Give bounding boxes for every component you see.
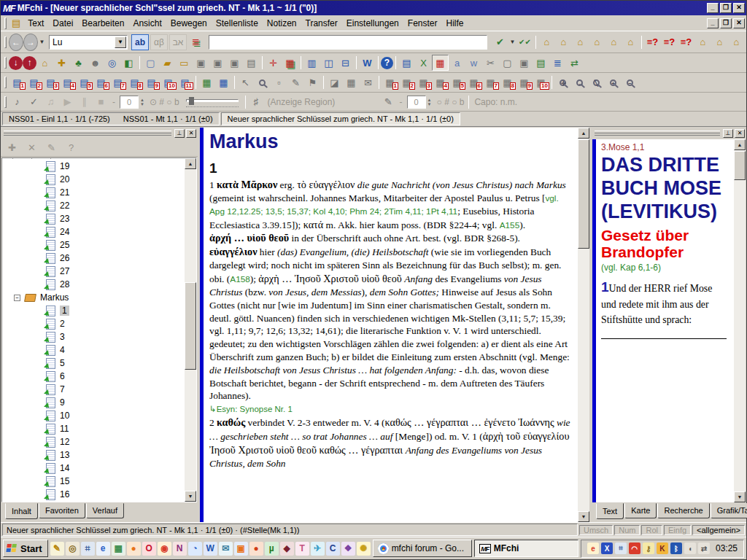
tools-button[interactable]: ✚ bbox=[53, 55, 70, 71]
table-preset-button-4[interactable]: ▦4 bbox=[432, 74, 449, 90]
spinner-arrows-icon[interactable]: ▲▼ bbox=[427, 98, 432, 106]
restore-button[interactable]: ❐ bbox=[720, 3, 732, 13]
bible-scrollbar[interactable]: ▲ ▼ bbox=[734, 139, 746, 502]
tree-chapter-item[interactable]: 26 bbox=[2, 252, 74, 265]
scroll-down-icon[interactable]: ▼ bbox=[734, 491, 746, 502]
query-list-button-2[interactable]: ≡? bbox=[661, 34, 678, 51]
tray-k[interactable]: K bbox=[657, 542, 668, 554]
menu-item[interactable]: Stellenliste bbox=[212, 17, 263, 30]
transpose-spinbox[interactable]: 0 bbox=[120, 96, 139, 109]
search-input[interactable] bbox=[209, 35, 487, 50]
quicklaunch-mail[interactable]: ✉ bbox=[219, 542, 233, 556]
quicklaunch-ie[interactable]: e bbox=[96, 542, 110, 556]
menu-item[interactable]: Einstellungen bbox=[342, 17, 403, 30]
group-button[interactable]: ☻ bbox=[87, 55, 104, 71]
latin-toggle[interactable]: ab bbox=[131, 34, 149, 50]
accidental-radios[interactable]: ⊙ # ○ b bbox=[150, 97, 179, 107]
list-preset-button-7[interactable]: ▤7 bbox=[109, 74, 126, 90]
notes-button[interactable]: ♫ bbox=[42, 94, 59, 110]
panel-close-icon[interactable]: ✕ bbox=[735, 129, 745, 138]
tile-vertical-button[interactable]: ◫ bbox=[320, 55, 337, 71]
menu-item[interactable]: Ansicht bbox=[128, 17, 166, 30]
spinner-arrows-icon[interactable]: ▲▼ bbox=[140, 98, 144, 106]
quicklaunch-notes[interactable]: ✎ bbox=[50, 542, 64, 556]
goto-last-button[interactable]: ↓ bbox=[9, 56, 23, 70]
new-button[interactable]: ▢ bbox=[142, 55, 159, 71]
save-button[interactable]: ▣ bbox=[193, 55, 209, 71]
menubar-grip[interactable] bbox=[4, 18, 7, 29]
start-button[interactable]: Start bbox=[3, 540, 48, 557]
module-status-2[interactable]: NSS01 - Mt 1,1 · 1/1 (±0) bbox=[123, 114, 213, 123]
refresh-button[interactable]: ⇄ bbox=[566, 55, 583, 71]
pointer-button[interactable]: ↖ bbox=[237, 74, 254, 90]
tree-chapter-item[interactable]: 24 bbox=[2, 225, 74, 238]
tree-chapter-item[interactable]: 20 bbox=[2, 173, 74, 186]
table-preset-button-9[interactable]: ▦9 bbox=[516, 74, 533, 90]
mdi-restore-button[interactable]: ❐ bbox=[720, 18, 732, 28]
ref-home-button-1[interactable]: ⌂ bbox=[538, 34, 555, 51]
apply-all-button[interactable]: ✔✔ bbox=[516, 34, 533, 51]
tray-xear3d[interactable]: X bbox=[601, 542, 613, 554]
list-view-button[interactable]: ≣ bbox=[549, 55, 566, 71]
menu-item[interactable]: Bearbeiten bbox=[77, 17, 128, 30]
play-button[interactable]: ▶ bbox=[59, 94, 76, 110]
tray-bluetooth[interactable]: ᛒ bbox=[670, 542, 682, 554]
export-w-button[interactable]: w bbox=[465, 55, 482, 71]
zoom-fit-button[interactable]: ↔ bbox=[571, 74, 588, 90]
list-preset-button-11[interactable]: ▤11 bbox=[177, 74, 193, 90]
ref-home-button-4[interactable]: ⌂ bbox=[589, 34, 605, 51]
tray-antivirus[interactable]: ◠ bbox=[629, 542, 640, 554]
menu-item[interactable]: Text bbox=[23, 17, 48, 30]
list-preset-button-3[interactable]: ▤3 bbox=[42, 74, 59, 90]
list-preset-button-4[interactable]: ▤4 bbox=[59, 74, 76, 90]
paste-button[interactable]: ▢ bbox=[499, 55, 516, 71]
panel-close-icon[interactable]: ✕ bbox=[186, 129, 196, 138]
tree-chapter-item[interactable]: 25 bbox=[2, 238, 74, 252]
toolbar-grip[interactable] bbox=[4, 36, 7, 48]
back-button[interactable]: ← bbox=[9, 34, 23, 51]
edit-entry-button[interactable]: ✎ bbox=[43, 139, 60, 155]
scroll-up-icon[interactable]: ▲ bbox=[734, 139, 746, 150]
quicklaunch-opera[interactable]: O bbox=[142, 542, 156, 556]
select-region-button[interactable]: ▫ bbox=[271, 74, 287, 90]
quicklaunch-word[interactable]: W bbox=[204, 542, 217, 556]
paste-special-button[interactable]: ▣ bbox=[516, 55, 533, 71]
tree-chapter-item[interactable]: 28 bbox=[2, 278, 74, 291]
quicklaunch-send[interactable]: ✈ bbox=[311, 542, 325, 556]
bible-tab[interactable]: Karte bbox=[624, 503, 657, 518]
quicklaunch-reader[interactable]: ◆ bbox=[280, 542, 294, 556]
close-button[interactable]: ✕ bbox=[733, 3, 745, 13]
menu-item[interactable]: Datei bbox=[48, 17, 77, 30]
ref-home-button-7[interactable]: ⌂ bbox=[694, 34, 711, 51]
pin-icon[interactable]: ⊥ bbox=[174, 129, 185, 138]
bible-tab[interactable]: Grafik/Tabelle bbox=[711, 503, 747, 518]
translation-combobox[interactable]: Lu ▼ bbox=[49, 35, 128, 50]
tree-chapter-item[interactable]: 2 bbox=[2, 317, 69, 330]
tree-chapter-item[interactable]: 10 bbox=[2, 409, 74, 422]
table-preset-button-5[interactable]: ▦5 bbox=[449, 74, 465, 90]
structure-button[interactable]: ♣ bbox=[70, 55, 87, 71]
options-button[interactable]: ▦ bbox=[282, 55, 298, 71]
playlist-button[interactable]: ♪ bbox=[9, 94, 26, 110]
table-preset-button-7[interactable]: ▦7 bbox=[482, 74, 499, 90]
table-preset-button-8[interactable]: ▦8 bbox=[499, 74, 516, 90]
send-check-button[interactable]: ✉ bbox=[360, 74, 376, 90]
scroll-up-icon[interactable]: ▲ bbox=[185, 158, 196, 169]
panel-grabber[interactable] bbox=[4, 131, 171, 136]
apply-check-button[interactable]: ✔ bbox=[492, 34, 508, 51]
tray-ebay[interactable]: e bbox=[587, 542, 599, 554]
quicklaunch-network[interactable]: ⌗ bbox=[81, 542, 95, 556]
tree-chapter-item[interactable]: 9 bbox=[2, 396, 69, 409]
tree-chapter-item[interactable]: 22 bbox=[2, 199, 74, 212]
zoom-select-button[interactable] bbox=[254, 74, 271, 90]
tree-chapter-item[interactable]: 27 bbox=[2, 265, 74, 278]
zoom-reset-button[interactable]: ╲ bbox=[588, 74, 605, 90]
tile-horizontal-button[interactable]: ⊟ bbox=[337, 55, 354, 71]
tray-key[interactable]: ⚷ bbox=[643, 542, 654, 554]
save-as-button[interactable]: ▣ bbox=[209, 55, 226, 71]
module-status-active[interactable]: Neuer sprachlicher Schlüssel zum griech.… bbox=[221, 112, 460, 125]
table-preset-button-6[interactable]: ▦6 bbox=[465, 74, 482, 90]
zoom-pan-button[interactable]: ✛ bbox=[554, 74, 571, 90]
table-preset-button-10[interactable]: ▦10 bbox=[533, 74, 549, 90]
tray-volume[interactable]: ◖ bbox=[684, 542, 696, 554]
